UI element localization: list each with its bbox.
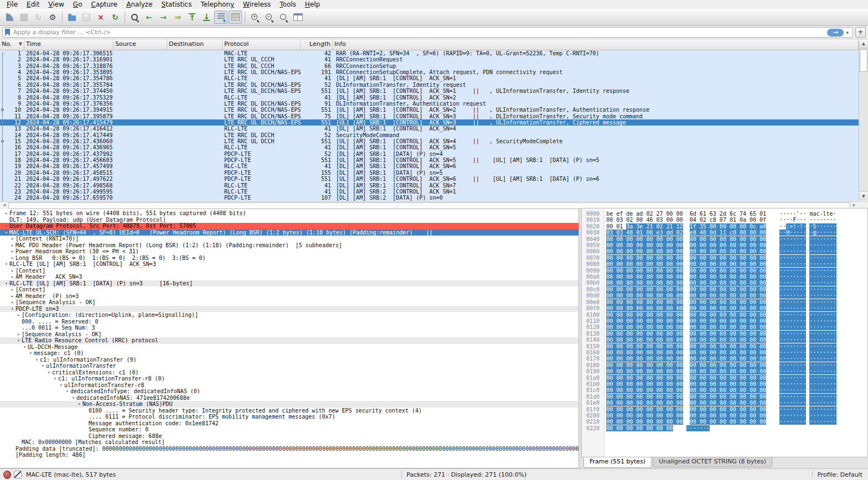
detail-line[interactable]: 000. .... = Reserved: 0 bbox=[0, 319, 578, 325]
detail-line[interactable]: ▸[Configuration: (direction=Uplink, plan… bbox=[0, 312, 578, 319]
packet-row[interactable]: 242024-04-28 09:26:17.659570PDCP-LTE107[… bbox=[0, 195, 859, 201]
expander-closed-icon[interactable]: ▸ bbox=[3, 223, 9, 229]
hex-row[interactable]: 00b0 00 00 00 00 00 00 00 00 00 00 00 00… bbox=[586, 280, 867, 286]
capture-comment-icon[interactable] bbox=[14, 471, 22, 478]
filter-bookmark-icon[interactable] bbox=[5, 29, 10, 36]
hex-row[interactable]: 0180 00 00 00 00 00 00 00 00 00 00 00 00… bbox=[586, 362, 867, 368]
packet-row[interactable]: 52024-04-28 09:26:17.354786RLC-LTE41[DL]… bbox=[0, 75, 859, 81]
hex-row[interactable]: 00e0 00 00 00 00 00 00 00 00 00 00 00 00… bbox=[586, 299, 867, 305]
expander-open-icon[interactable]: ▾ bbox=[16, 337, 22, 344]
go-back-button[interactable]: ← bbox=[142, 11, 156, 24]
hex-row[interactable]: 01f0 00 00 00 00 00 00 00 00 00 00 00 00… bbox=[586, 406, 867, 413]
hex-row[interactable]: 0130 00 00 00 00 00 00 00 00 00 00 00 00… bbox=[586, 331, 867, 337]
menu-tools[interactable]: Tools bbox=[275, 0, 301, 9]
hex-row[interactable]: 0160 00 00 00 00 00 00 00 00 00 00 00 00… bbox=[586, 349, 867, 356]
expander-open-icon[interactable]: ▾ bbox=[46, 369, 52, 376]
filter-dropdown-caret-icon[interactable]: ▾ bbox=[844, 30, 851, 35]
byte-view-tab[interactable]: Unaligned OCTET STRING (8 bytes) bbox=[653, 457, 772, 467]
expander-closed-icon[interactable]: ▸ bbox=[9, 255, 16, 262]
vscroll-thumb[interactable] bbox=[860, 49, 867, 72]
expander-open-icon[interactable]: ▾ bbox=[64, 388, 70, 395]
expander-closed-icon[interactable]: ▸ bbox=[9, 248, 16, 255]
hex-row[interactable]: 0080 00 00 00 00 00 00 00 00 00 00 00 00… bbox=[586, 261, 867, 267]
detail-line[interactable]: ▸[Sequence Analysis - OK] bbox=[0, 299, 578, 306]
add-filter-button[interactable]: + bbox=[855, 27, 866, 38]
expander-open-icon[interactable]: ▾ bbox=[22, 344, 28, 351]
hex-row[interactable]: 01c0 00 00 00 00 00 00 00 00 00 00 00 00… bbox=[586, 387, 867, 393]
hex-row[interactable]: 0120 00 00 00 00 00 00 00 00 00 00 00 00… bbox=[586, 324, 867, 330]
display-filter-box[interactable]: → ▾ bbox=[2, 27, 853, 38]
apply-filter-button[interactable]: → bbox=[827, 29, 844, 36]
expander-open-icon[interactable]: ▾ bbox=[52, 375, 58, 382]
packet-row[interactable]: 222024-04-28 09:26:17.498568RLC-LTE41[DL… bbox=[0, 182, 859, 189]
vscroll-down-arrow-icon[interactable]: ▼ bbox=[859, 191, 868, 201]
menu-analyze[interactable]: Analyze bbox=[122, 0, 157, 9]
menu-telephony[interactable]: Telephony bbox=[196, 0, 239, 9]
menu-wireless[interactable]: Wireless bbox=[239, 0, 275, 9]
expander-closed-icon[interactable]: ▸ bbox=[9, 274, 16, 280]
packet-row[interactable]: 172024-04-28 09:26:17.437992PDCP-LTE52[D… bbox=[0, 151, 859, 157]
detail-line[interactable]: ▸Long BSR 0:(BS = 0) 1:(BS = 0) 2:(BS = … bbox=[0, 255, 578, 262]
expander-open-icon[interactable]: ▾ bbox=[76, 401, 82, 408]
expander-open-icon[interactable]: ▾ bbox=[34, 357, 40, 363]
hex-row[interactable]: 00f0 00 00 00 00 00 00 00 00 00 00 00 00… bbox=[586, 305, 867, 311]
detail-line[interactable]: ▸AM Header (P) sn=3 bbox=[0, 293, 578, 300]
hex-row[interactable]: 0110 00 00 00 00 00 00 00 00 00 00 00 00… bbox=[586, 318, 867, 324]
detail-line[interactable]: ▾Non-Access-Stratum (NAS)PDU bbox=[0, 401, 578, 408]
hex-row[interactable]: 0020 00 01 3a 3e 21 02 21 12 1f 35 00 00… bbox=[586, 223, 867, 229]
hex-row[interactable]: 0170 00 00 00 00 00 00 00 00 00 00 00 00… bbox=[586, 356, 867, 362]
detail-line[interactable]: ▾RLC-LTE [UL] [AM] SRB:1 [CONTROL] ACK_S… bbox=[0, 261, 578, 268]
detail-line[interactable]: ▸[Context (RNTI=70)] bbox=[0, 236, 578, 242]
column-header-length[interactable]: Length bbox=[301, 39, 333, 50]
packet-row[interactable]: 42024-04-28 09:26:17.353895LTE RRC UL_DC… bbox=[0, 69, 859, 75]
expander-closed-icon[interactable]: ▸ bbox=[9, 286, 16, 293]
detail-line[interactable]: ▸Frame 12: 551 bytes on wire (4408 bits)… bbox=[0, 210, 578, 217]
packet-row[interactable]: 152024-04-28 09:26:17.436060LTE RRC UL_D… bbox=[0, 138, 859, 144]
expander-closed-icon[interactable]: ▸ bbox=[9, 236, 16, 242]
menu-file[interactable]: File bbox=[2, 0, 22, 9]
go-forward-button[interactable]: → bbox=[157, 11, 170, 24]
hex-row[interactable]: 00c0 00 00 00 00 00 00 00 00 00 00 00 00… bbox=[586, 286, 867, 293]
zoom-out-button[interactable]: − bbox=[262, 11, 276, 24]
packet-row[interactable]: 232024-04-28 09:26:17.499595RLC-LTE41[DL… bbox=[0, 189, 859, 195]
packet-row[interactable]: 192024-04-28 09:26:17.457499RLC-LTE41[DL… bbox=[0, 163, 859, 169]
open-capture-file-button[interactable] bbox=[65, 11, 79, 24]
packet-row[interactable]: 132024-04-28 09:26:17.416412RLC-LTE41[DL… bbox=[0, 126, 859, 132]
detail-line[interactable]: ▾PDCP-LTE sn=3 bbox=[0, 306, 578, 312]
detail-line[interactable]: Ciphered message: 688e bbox=[0, 433, 578, 440]
packet-row[interactable]: 12024-04-28 09:26:17.306515MAC-LTE42RAR … bbox=[0, 50, 859, 56]
packet-row[interactable]: 32024-04-28 09:26:17.318876LTE RRC DL_CC… bbox=[0, 63, 859, 69]
expander-open-icon[interactable]: ▾ bbox=[3, 280, 9, 287]
column-header-source[interactable]: Source bbox=[113, 39, 167, 50]
hscroll-left-arrow-icon[interactable]: ◂ bbox=[1, 202, 8, 208]
packet-list-vscrollbar[interactable]: ▲ ▼ bbox=[859, 39, 868, 201]
column-header-time[interactable]: Time bbox=[24, 39, 113, 50]
save-capture-file-button[interactable] bbox=[80, 11, 93, 24]
zoom-normal-button[interactable] bbox=[277, 11, 290, 24]
reload-capture-file-button[interactable]: ↻ bbox=[108, 11, 122, 24]
detail-line[interactable]: ▸User Datagram Protocol, Src Port: 48879… bbox=[0, 223, 578, 229]
restart-capture-button[interactable]: ↻ bbox=[32, 11, 45, 24]
expander-open-icon[interactable]: ▾ bbox=[40, 363, 46, 369]
detail-line[interactable]: ▸MAC PDU Header (Power Headroom Report) … bbox=[0, 242, 578, 249]
detail-line[interactable]: ▾UL-DCCH-Message bbox=[0, 344, 578, 351]
hex-row[interactable]: 01d0 00 00 00 00 00 00 00 00 00 00 00 00… bbox=[586, 394, 867, 400]
capture-options-button[interactable]: ⚙ bbox=[46, 11, 59, 24]
detail-line[interactable]: MAC: 0x00000000 [Matches calculated resu… bbox=[0, 439, 578, 446]
expander-open-icon[interactable]: ▾ bbox=[28, 350, 34, 357]
hex-row[interactable]: 00d0 00 00 00 00 00 00 00 00 00 00 00 00… bbox=[586, 293, 867, 299]
hex-row[interactable]: 0190 00 00 00 00 00 00 00 00 00 00 00 00… bbox=[586, 368, 867, 374]
detail-line[interactable]: [Padding length: 486] bbox=[0, 452, 578, 458]
detail-line[interactable]: Message authentication code: 0x1ee81742 bbox=[0, 420, 578, 427]
menu-capture[interactable]: Capture bbox=[86, 0, 122, 9]
expander-open-icon[interactable]: ▾ bbox=[3, 261, 9, 268]
detail-line[interactable]: ▸[Context] bbox=[0, 286, 578, 293]
packet-row[interactable]: 162024-04-28 09:26:17.436965RLC-LTE41[DL… bbox=[0, 144, 859, 150]
detail-line[interactable]: ▾message: c1 (0) bbox=[0, 350, 578, 357]
go-to-packet-button[interactable]: ⇒ bbox=[171, 11, 184, 24]
hex-row[interactable]: 0090 00 00 00 00 00 00 00 00 00 00 00 00… bbox=[586, 268, 867, 274]
zoom-in-button[interactable]: + bbox=[248, 11, 261, 24]
expert-info-icon[interactable] bbox=[3, 471, 11, 479]
expander-closed-icon[interactable]: ▸ bbox=[9, 242, 16, 249]
detail-line[interactable]: ▾c1: ulInformationTransfer-r8 (0) bbox=[0, 375, 578, 382]
